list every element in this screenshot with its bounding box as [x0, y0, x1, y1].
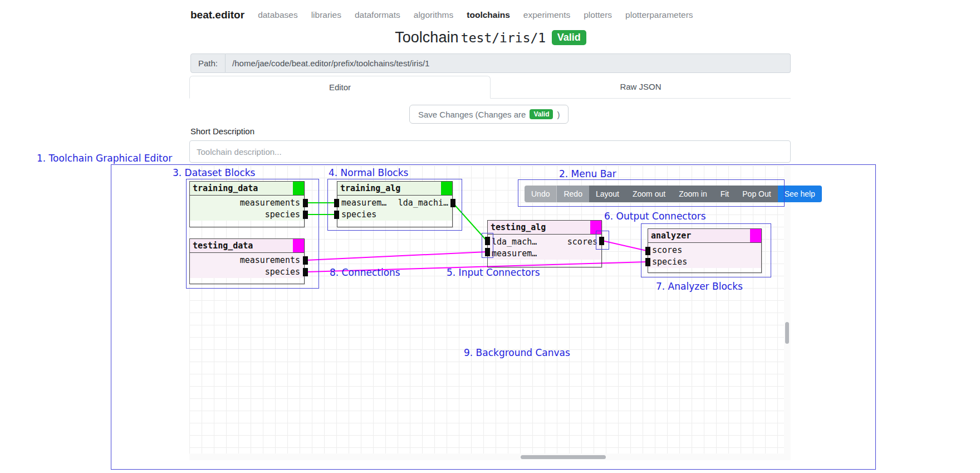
path-group: Path: /home/jae/code/beat.editor/prefix/…	[190, 53, 791, 73]
block-testing-alg-title: testing_alg	[491, 222, 546, 232]
dataset-color-square	[293, 239, 304, 252]
input-connector-trainingalg-measurements[interactable]	[334, 199, 339, 207]
output-connector-trainingalg-ldamachine[interactable]	[450, 199, 455, 207]
canvas-menu-bar: Undo Redo Layout Zoom out Zoom in Fit Po…	[525, 186, 822, 202]
short-description-label: Short Description	[190, 126, 254, 136]
page-title: Toolchain test/iris/1 Valid	[190, 29, 791, 46]
input-connector-analyzer-scores[interactable]	[645, 247, 650, 255]
block-training-data-title: training_data	[193, 183, 258, 193]
annotation-label-background-canvas: 9. Background Canvas	[464, 347, 570, 358]
output-connector-trainingdata-measurements[interactable]	[303, 199, 308, 207]
input-connector-trainingalg-species[interactable]	[334, 211, 339, 219]
canvas-vertical-scrollbar[interactable]	[784, 165, 791, 454]
port-label: measurements	[190, 197, 304, 209]
port-label: lda_mach…	[492, 236, 537, 248]
nav-item-experiments[interactable]: experiments	[523, 10, 570, 20]
nav-item-plotters[interactable]: plotters	[584, 10, 612, 20]
layout-button[interactable]: Layout	[589, 186, 626, 202]
port-label: measurem…	[341, 197, 386, 209]
annotation-label-dataset-blocks: 3. Dataset Blocks	[173, 167, 255, 178]
output-connector-trainingdata-species[interactable]	[303, 211, 308, 219]
annotation-label-analyzer-blocks: 7. Analyzer Blocks	[656, 281, 743, 292]
zoom-out-button[interactable]: Zoom out	[626, 186, 672, 202]
nav-item-databases[interactable]: databases	[258, 10, 298, 20]
block-training-alg-title: training_alg	[340, 183, 400, 193]
nav-item-algorithms[interactable]: algorithms	[414, 10, 454, 20]
zoom-in-button[interactable]: Zoom in	[672, 186, 714, 202]
path-label: Path:	[190, 53, 226, 73]
normal-color-square	[590, 221, 601, 234]
redo-button[interactable]: Redo	[557, 186, 589, 202]
annotation-label-normal-blocks: 4. Normal Blocks	[329, 167, 408, 178]
output-connector-testingdata-measurements[interactable]	[303, 256, 308, 265]
port-label: species	[190, 266, 304, 278]
save-changes-button[interactable]: Save Changes (Changes are Valid )	[409, 105, 569, 124]
annotation-label-output-connectors: 6. Output Connectors	[604, 211, 706, 222]
block-analyzer-title: analyzer	[651, 231, 691, 241]
normal-color-square	[441, 182, 452, 195]
page: beat.editor databases libraries dataform…	[0, 0, 980, 473]
save-valid-badge: Valid	[530, 109, 553, 119]
top-navbar: beat.editor databases libraries dataform…	[190, 9, 803, 21]
undo-button[interactable]: Undo	[525, 186, 557, 202]
save-changes-suffix: )	[557, 110, 560, 119]
canvas-vertical-scrollbar-thumb[interactable]	[785, 322, 789, 344]
nav-item-plotterparameters[interactable]: plotterparameters	[625, 10, 693, 20]
block-testing-data-title: testing_data	[193, 241, 253, 251]
input-connector-analyzer-species[interactable]	[645, 258, 650, 266]
path-value: /home/jae/code/beat.editor/prefix/toolch…	[226, 53, 791, 73]
annotation-label-connections: 8. Connections	[330, 267, 400, 278]
block-training-data[interactable]: training_data measurements species	[189, 181, 305, 227]
brand-logo[interactable]: beat.editor	[190, 9, 244, 21]
description-input[interactable]	[189, 140, 791, 163]
output-connector-testingalg-scores[interactable]	[599, 237, 604, 245]
port-label: species	[648, 256, 761, 268]
canvas-horizontal-scrollbar-thumb[interactable]	[521, 455, 606, 459]
tab-bar: Editor Raw JSON	[189, 76, 791, 99]
see-help-button[interactable]: See help	[778, 186, 822, 202]
annotation-label-menu-bar: 2. Menu Bar	[559, 168, 616, 179]
pop-out-button[interactable]: Pop Out	[736, 186, 777, 202]
port-label: species	[337, 209, 452, 221]
status-badge: Valid	[552, 30, 586, 45]
block-testing-alg[interactable]: testing_alg lda_mach… scores measurem…	[487, 220, 602, 267]
port-label: scores	[567, 236, 597, 248]
port-label: lda_machi…	[398, 197, 448, 209]
block-training-alg[interactable]: training_alg measurem… lda_machi… specie…	[337, 181, 453, 227]
block-testing-data[interactable]: testing_data measurements species	[189, 238, 305, 284]
nav-item-dataformats[interactable]: dataformats	[355, 10, 400, 20]
tab-editor[interactable]: Editor	[189, 76, 491, 99]
save-changes-label: Save Changes (Changes are	[418, 110, 526, 119]
port-label: measurem…	[488, 248, 601, 260]
analyzer-color-square	[750, 229, 761, 242]
nav-item-libraries[interactable]: libraries	[311, 10, 341, 20]
title-text: Toolchain	[395, 29, 458, 46]
annotation-label-input-connectors: 5. Input Connectors	[447, 267, 540, 278]
canvas-horizontal-scrollbar[interactable]	[189, 454, 791, 460]
input-connector-testingalg-ldamachine[interactable]	[485, 237, 490, 245]
annotation-label-graphical-editor: 1. Toolchain Graphical Editor	[37, 153, 172, 164]
port-label: species	[190, 209, 304, 221]
toolchain-name: test/iris/1	[461, 31, 546, 45]
input-connector-testingalg-measurements[interactable]	[485, 248, 490, 256]
tab-raw-json[interactable]: Raw JSON	[491, 76, 791, 98]
output-connector-testingdata-species[interactable]	[303, 268, 308, 276]
port-label: measurements	[190, 255, 304, 266]
nav-item-toolchains[interactable]: toolchains	[467, 10, 510, 20]
block-analyzer[interactable]: analyzer scores species	[648, 228, 762, 273]
fit-button[interactable]: Fit	[714, 186, 736, 202]
port-label: scores	[648, 245, 761, 256]
dataset-color-square	[293, 182, 304, 195]
